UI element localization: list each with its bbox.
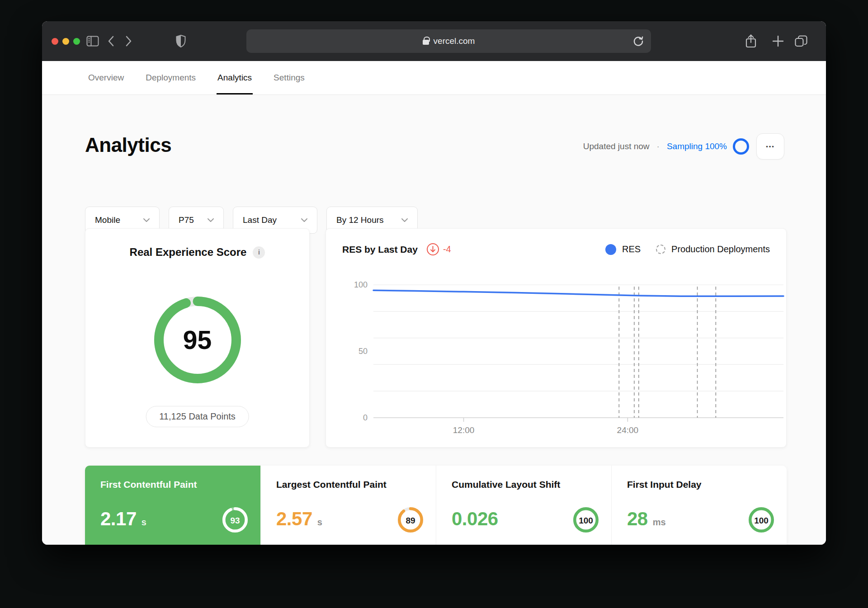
tab-analytics[interactable]: Analytics — [217, 61, 252, 94]
device-filter-value: Mobile — [95, 215, 120, 225]
res-score-value: 95 — [154, 297, 241, 383]
data-points-button[interactable]: 11,125 Data Points — [146, 406, 249, 427]
tab-settings[interactable]: Settings — [274, 61, 305, 94]
chevron-down-icon — [401, 218, 408, 222]
metric-title: Cumulative Layout Shift — [452, 479, 596, 490]
range-filter-value: Last Day — [243, 215, 277, 225]
chevron-down-icon — [208, 218, 214, 222]
browser-window: vercel.com Overview Deployments Analytic… — [42, 21, 826, 545]
tab-deployments-label: Deployments — [146, 73, 196, 83]
res-delta-value: -4 — [443, 244, 451, 255]
res-delta: -4 — [427, 243, 451, 255]
tab-analytics-label: Analytics — [217, 73, 252, 83]
metric-score-gauge: 89 — [398, 507, 423, 533]
metric-card-first-input-delay[interactable]: First Input Delay 28 ms 100 — [611, 466, 787, 545]
chevron-down-icon — [143, 218, 150, 222]
metric-title: First Input Delay — [627, 479, 771, 490]
real-experience-score-card: Real Experience Score i 95 11,125 Data P… — [85, 228, 310, 448]
svg-text:0: 0 — [363, 413, 368, 422]
tab-deployments[interactable]: Deployments — [146, 61, 196, 94]
meta-separator-dot: · — [657, 141, 660, 151]
metric-score-gauge: 100 — [573, 507, 599, 533]
url-text: vercel.com — [434, 36, 475, 46]
zoom-window-button[interactable] — [73, 38, 80, 45]
svg-text:50: 50 — [359, 347, 368, 356]
solid-dot-icon — [605, 244, 616, 255]
minimize-window-button[interactable] — [62, 38, 69, 45]
traffic-lights — [52, 21, 80, 61]
svg-text:24:00: 24:00 — [617, 425, 639, 435]
page-title: Analytics — [85, 134, 171, 156]
legend-res-label: RES — [622, 244, 641, 255]
interval-filter-value: By 12 Hours — [336, 215, 384, 225]
site-nav-tabs: Overview Deployments Analytics Settings — [42, 61, 826, 95]
metric-unit: ms — [653, 517, 666, 528]
svg-text:12:00: 12:00 — [453, 425, 475, 435]
tab-settings-label: Settings — [274, 73, 305, 83]
sidebar-toggle-icon[interactable] — [84, 21, 101, 61]
chevron-down-icon — [301, 218, 307, 222]
metric-value: 2.57 — [276, 508, 312, 530]
svg-text:100: 100 — [579, 516, 593, 525]
web-vitals-row: First Contentful Paint 2.17 s 93 Largest… — [85, 466, 787, 545]
new-tab-icon[interactable] — [769, 21, 787, 61]
metric-value: 28 — [627, 508, 648, 530]
svg-text:100: 100 — [354, 280, 368, 289]
dashed-circle-icon — [656, 245, 665, 254]
res-line-chart: 10050012:0024:00 — [342, 265, 784, 441]
tab-overview-label: Overview — [88, 73, 124, 83]
info-icon[interactable]: i — [253, 246, 265, 259]
metric-title: First Contentful Paint — [100, 479, 245, 490]
svg-text:89: 89 — [406, 516, 415, 525]
sampling-link[interactable]: Sampling 100% — [667, 138, 749, 155]
chart-legend: RES Production Deployments — [605, 244, 770, 255]
legend-item-res[interactable]: RES — [605, 244, 641, 255]
sampling-label: Sampling 100% — [667, 141, 727, 151]
legend-deployments-label: Production Deployments — [671, 244, 770, 255]
metric-value: 0.026 — [452, 508, 498, 530]
refresh-icon[interactable] — [631, 34, 646, 48]
metric-card-cumulative-layout-shift[interactable]: Cumulative Layout Shift 0.026 100 — [436, 466, 611, 545]
metric-unit: s — [142, 517, 146, 528]
metric-score-gauge: 100 — [749, 507, 774, 533]
address-bar[interactable]: vercel.com — [246, 29, 651, 53]
svg-text:100: 100 — [754, 516, 769, 525]
metric-unit: s — [317, 517, 322, 528]
share-icon[interactable] — [742, 21, 760, 61]
metric-title: Largest Contentful Paint — [276, 479, 420, 490]
shield-privacy-icon[interactable] — [172, 21, 189, 61]
svg-text:93: 93 — [230, 516, 240, 525]
lock-icon — [423, 40, 429, 45]
res-card-title: Real Experience Score — [130, 246, 247, 259]
metric-score-gauge: 93 — [222, 507, 248, 533]
metric-card-largest-contentful-paint[interactable]: Largest Contentful Paint 2.57 s 89 — [260, 466, 436, 545]
chart-title: RES by Last Day — [342, 244, 418, 255]
metric-value: 2.17 — [100, 508, 137, 530]
updated-status: Updated just now — [583, 141, 650, 151]
chart-header: RES by Last Day -4 RES Production Deploy… — [342, 243, 770, 255]
tab-overview-icon[interactable] — [793, 21, 810, 61]
arrow-down-circle-icon — [427, 243, 439, 255]
close-window-button[interactable] — [52, 38, 58, 45]
res-chart-card: RES by Last Day -4 RES Production Deploy… — [326, 228, 787, 448]
back-icon[interactable] — [102, 21, 119, 61]
forward-icon[interactable] — [120, 21, 137, 61]
tab-overview[interactable]: Overview — [88, 61, 124, 94]
analytics-page: Analytics Updated just now · Sampling 10… — [42, 95, 826, 545]
percentile-filter-value: P75 — [179, 215, 194, 225]
more-options-button[interactable]: ••• — [756, 133, 784, 160]
metric-card-first-contentful-paint[interactable]: First Contentful Paint 2.17 s 93 — [85, 466, 260, 545]
header-meta: Updated just now · Sampling 100% ••• — [583, 133, 784, 160]
browser-toolbar: vercel.com — [42, 21, 826, 61]
sampling-progress-ring-icon — [733, 138, 749, 155]
legend-item-production-deployments[interactable]: Production Deployments — [656, 244, 770, 255]
